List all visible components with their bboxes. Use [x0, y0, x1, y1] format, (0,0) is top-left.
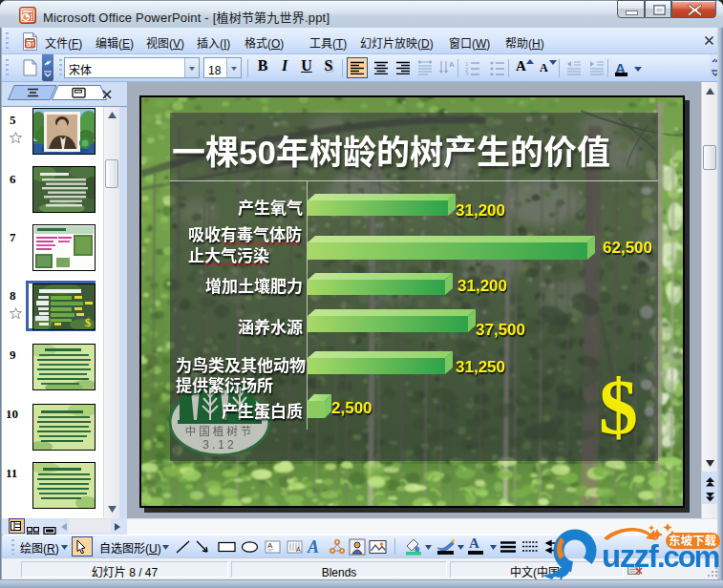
- svg-text:东坡下载: 东坡下载: [669, 531, 717, 549]
- svg-text:A: A: [307, 537, 319, 556]
- svg-text:3.12: 3.12: [202, 435, 236, 452]
- svg-text:uzzf: uzzf: [602, 538, 660, 574]
- svg-text:$: $: [85, 315, 92, 329]
- svg-text:A: A: [449, 60, 455, 69]
- svg-text:A: A: [267, 539, 273, 550]
- svg-text:A: A: [296, 544, 301, 554]
- svg-text:3: 3: [465, 70, 469, 75]
